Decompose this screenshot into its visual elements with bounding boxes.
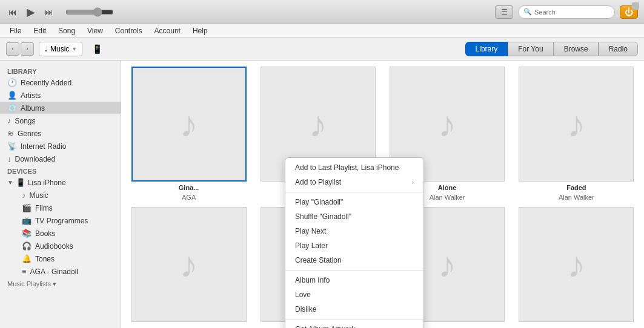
menu-edit[interactable]: Edit [28, 25, 51, 36]
albums-icon: 💿 [7, 103, 17, 113]
sidebar-item-songs[interactable]: ♪ Songs [0, 114, 121, 127]
search-icon: 🔍 [523, 8, 532, 16]
album-art-note-icon: ♪ [180, 103, 198, 145]
tab-radio[interactable]: Radio [599, 42, 638, 56]
sidebar-item-label: Artists [21, 91, 41, 100]
sidebar-item-label: AGA - Ginadoll [30, 267, 78, 276]
sidebar-item-tv-programmes[interactable]: 📺 TV Programmes [0, 214, 121, 227]
sidebar-item-recently-added[interactable]: 🕐 Recently Added [0, 76, 121, 89]
sidebar-item-aga-ginadoll[interactable]: ≡ AGA - Ginadoll [0, 265, 121, 278]
ctx-dislike[interactable]: Dislike [285, 302, 423, 317]
transport-controls: ⏮ ▶ ⏭ [6, 4, 114, 20]
sidebar-item-label: Films [35, 204, 53, 212]
back-button[interactable]: ‹ [6, 42, 19, 56]
ctx-play-next[interactable]: Play Next [285, 224, 423, 238]
ctx-separator-3 [285, 319, 423, 320]
search-input[interactable] [534, 8, 609, 16]
forward-button[interactable]: ⏭ [42, 6, 56, 18]
sidebar-item-label: TV Programmes [35, 217, 88, 225]
sidebar-item-label: Albums [21, 104, 45, 113]
rewind-button[interactable]: ⏮ [6, 6, 19, 18]
chevron-down-icon: ▼ [71, 46, 77, 52]
window-controls: – [632, 2, 639, 10]
album-art-note-icon: ♪ [567, 103, 585, 145]
ctx-love[interactable]: Love [285, 287, 423, 302]
device-phone-icon: 📱 [16, 178, 25, 187]
album-artist: AGA [182, 194, 196, 201]
menu-help[interactable]: Help [188, 25, 213, 36]
sidebar-item-tones[interactable]: 🔔 Tones [0, 252, 121, 265]
audiobooks-icon: 🎧 [22, 241, 32, 251]
sidebar-item-genres[interactable]: ≋ Genres [0, 127, 121, 140]
music-playlists-footer[interactable]: Music Playlists ▾ [0, 278, 121, 290]
volume-slider[interactable] [65, 7, 114, 17]
play-button[interactable]: ▶ [24, 4, 38, 20]
ctx-play-ginadoll[interactable]: Play "Ginadoll" [285, 195, 423, 209]
sidebar-item-films[interactable]: 🎬 Films [0, 202, 121, 214]
context-menu: Add to Last Playlist, Lisa iPhone Add to… [285, 157, 424, 328]
content-area: ♪ Gina... AGA ♪ ♪ Alone Alan Walker ♪ [121, 61, 644, 328]
ctx-add-to-playlist[interactable]: Add to Playlist › [285, 175, 423, 189]
songs-icon: ♪ [7, 116, 12, 125]
sidebar-item-albums[interactable]: 💿 Albums [0, 102, 121, 114]
library-section-title: Library [0, 65, 121, 76]
sidebar-item-music[interactable]: ♪ Music [0, 189, 121, 202]
ctx-get-album-artwork[interactable]: Get Album Artwork [285, 322, 423, 328]
sidebar-item-label: Downloaded [15, 155, 56, 163]
playlist-icon: ≡ [22, 267, 27, 276]
album-art-note-icon: ♪ [438, 244, 456, 286]
device-expand-icon: ▼ [7, 179, 13, 186]
device-name-label: Lisa iPhone [28, 179, 66, 187]
album-title: Gina... [179, 184, 199, 191]
menu-file[interactable]: File [5, 25, 26, 36]
sidebar-item-books[interactable]: 📚 Books [0, 227, 121, 240]
menu-view[interactable]: View [82, 25, 108, 36]
device-icon[interactable]: 📱 [92, 44, 102, 54]
tab-browse[interactable]: Browse [554, 42, 599, 56]
films-icon: 🎬 [22, 203, 32, 212]
music-selector[interactable]: ♩ Music ▼ [39, 42, 82, 56]
ctx-album-info[interactable]: Album Info [285, 273, 423, 287]
tab-for-you[interactable]: For You [508, 42, 553, 56]
sidebar-item-label: Music [30, 191, 48, 200]
forward-button-nav[interactable]: › [21, 42, 34, 56]
album-art-note-icon: ♪ [567, 244, 585, 286]
recently-added-icon: 🕐 [7, 78, 17, 87]
album-art-8[interactable]: ♪ [519, 207, 634, 322]
minimize-button[interactable]: – [632, 2, 639, 10]
sidebar-item-label: Tones [35, 255, 55, 263]
album-title: Alone [438, 184, 457, 191]
device-header-lisa-iphone[interactable]: ▼ 📱 Lisa iPhone [0, 176, 121, 189]
devices-section-title: Devices [0, 165, 121, 176]
list-view-button[interactable]: ☰ [495, 5, 513, 19]
sidebar-item-label: Songs [15, 117, 36, 125]
sidebar-item-artists[interactable]: 👤 Artists [0, 89, 121, 102]
ctx-separator-1 [285, 192, 423, 192]
downloaded-icon: ↓ [7, 154, 12, 163]
album-art-4[interactable]: ♪ [519, 67, 634, 182]
nav-arrows: ‹ › [6, 42, 34, 56]
album-art-5[interactable]: ♪ [131, 207, 247, 322]
music-selector-label: Music [50, 45, 69, 53]
ctx-add-to-last-playlist[interactable]: Add to Last Playlist, Lisa iPhone [285, 160, 423, 175]
search-box: 🔍 [518, 5, 615, 19]
menu-account[interactable]: Account [150, 25, 185, 36]
tv-icon: 📺 [22, 216, 32, 225]
sidebar-item-downloaded[interactable]: ↓ Downloaded [0, 153, 121, 165]
menu-song[interactable]: Song [53, 25, 80, 36]
ctx-create-station[interactable]: Create Station [285, 253, 423, 267]
album-art-1[interactable]: ♪ [131, 67, 247, 182]
ctx-shuffle-ginadoll[interactable]: Shuffle "Ginadoll" [285, 209, 423, 224]
sidebar-item-audiobooks[interactable]: 🎧 Audiobooks [0, 240, 121, 252]
submenu-arrow-icon: › [412, 179, 414, 186]
album-item: ♪ Gina... AGA [127, 67, 250, 201]
ctx-play-later[interactable]: Play Later [285, 238, 423, 253]
menu-controls[interactable]: Controls [110, 25, 147, 36]
album-art-note-icon: ♪ [438, 103, 456, 145]
books-icon: 📚 [22, 229, 32, 238]
album-artist: Alan Walker [559, 194, 594, 201]
sidebar-item-label: Internet Radio [21, 142, 66, 151]
tab-library[interactable]: Library [465, 42, 508, 56]
sidebar-item-internet-radio[interactable]: 📡 Internet Radio [0, 140, 121, 153]
sidebar-item-label: Recently Added [21, 79, 71, 87]
